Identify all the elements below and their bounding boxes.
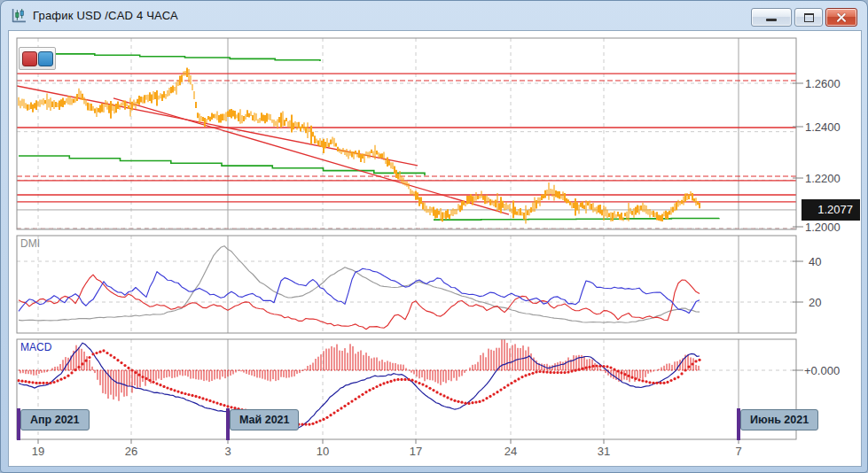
price-axis-label: 1.2200 — [805, 172, 841, 185]
window-title: График USD /CAD 4 ЧАСА — [33, 9, 178, 22]
minimize-icon — [766, 19, 777, 21]
close-button[interactable] — [825, 8, 857, 27]
date-label: 3 — [215, 445, 241, 458]
dmi-panel-label: DMI — [20, 237, 40, 250]
price-axis-label: 1.2000 — [805, 221, 841, 234]
dmi-axis-label: 40 — [809, 255, 821, 268]
app-window: График USD /CAD 4 ЧАСА DMI MACD 1.2600 1… — [0, 0, 868, 473]
buy-marker-button[interactable] — [38, 51, 53, 66]
maximize-button[interactable] — [794, 8, 823, 27]
month-label-june: Июнь 2021 — [740, 409, 818, 430]
current-price-tag: 1.2077 — [802, 199, 860, 221]
candles — [19, 67, 700, 223]
date-label: 17 — [403, 445, 429, 458]
dmi-series-ADX — [19, 246, 700, 323]
date-label: 26 — [118, 445, 145, 458]
chart-canvas[interactable] — [8, 30, 862, 467]
macd-panel[interactable] — [17, 338, 796, 430]
sell-marker-button[interactable] — [22, 51, 37, 66]
date-label: 24 — [497, 445, 524, 458]
macd-axis-label: +0.000 — [804, 364, 840, 377]
price-axis-label: 1.2600 — [805, 77, 841, 90]
titlebar[interactable]: График USD /CAD 4 ЧАСА — [1, 1, 867, 30]
chart-mini-toolbar — [19, 47, 56, 70]
maximize-icon — [804, 13, 814, 22]
candlestick-chart-icon — [12, 8, 27, 23]
date-label: 7 — [725, 445, 752, 458]
date-label: 31 — [590, 445, 617, 458]
dmi-panel[interactable] — [17, 246, 796, 330]
dmi-series-+DI — [19, 268, 700, 313]
date-label: 19 — [25, 445, 51, 458]
price-panel[interactable] — [17, 54, 796, 229]
macd-line — [19, 343, 700, 430]
month-label-april: Апр 2021 — [20, 409, 90, 430]
date-label: 10 — [309, 445, 336, 458]
minimize-button[interactable] — [751, 8, 792, 27]
dmi-axis-label: 20 — [809, 296, 821, 309]
macd-panel-label: MACD — [20, 341, 51, 353]
price-axis-label: 1.2400 — [805, 120, 841, 134]
month-label-may: Май 2021 — [230, 409, 299, 430]
